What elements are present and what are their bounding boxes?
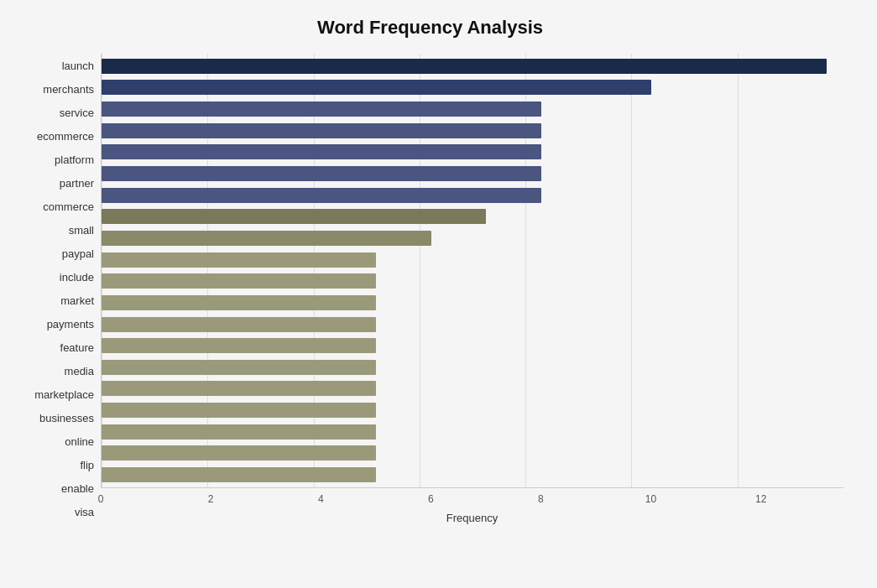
bar-row <box>102 423 843 441</box>
bar-row <box>102 272 843 290</box>
y-label: businesses <box>39 409 94 428</box>
bar <box>102 231 431 246</box>
y-label: launch <box>62 56 94 75</box>
y-label: marketplace <box>34 386 94 404</box>
bar <box>102 273 376 289</box>
y-label: service <box>60 103 94 122</box>
bar <box>102 445 376 461</box>
bar-row <box>102 100 843 118</box>
y-label: market <box>60 291 94 310</box>
bar-row <box>102 466 843 484</box>
x-tick-label: 0 <box>98 493 104 505</box>
x-axis-labels: 024681012 <box>101 492 843 508</box>
bar-row <box>102 336 843 355</box>
bar <box>102 467 376 482</box>
y-label: enable <box>61 480 94 498</box>
y-axis: launchmerchantsserviceecommerceplatformp… <box>17 54 101 524</box>
y-label: flip <box>80 456 94 475</box>
y-label: include <box>60 268 94 286</box>
chart-container: Word Frequency Analysis launchmerchantss… <box>0 0 877 588</box>
y-label: partner <box>60 174 94 192</box>
bars-container <box>102 54 843 487</box>
bar <box>102 317 376 332</box>
bar-row <box>102 444 843 462</box>
bar-row <box>102 57 843 75</box>
bar <box>102 144 541 159</box>
bar-row <box>102 229 843 247</box>
bar <box>102 209 486 224</box>
bar <box>102 424 376 440</box>
x-tick-label: 6 <box>428 493 434 505</box>
x-tick-label: 4 <box>318 493 324 505</box>
bar <box>102 360 376 375</box>
bar <box>102 381 376 396</box>
bar <box>102 59 827 74</box>
bar <box>102 123 541 138</box>
bar <box>102 252 376 268</box>
bar-row <box>102 186 843 205</box>
bar <box>102 403 376 418</box>
bars-and-grid <box>101 54 843 488</box>
bar-row <box>102 379 843 398</box>
y-label: ecommerce <box>37 127 94 145</box>
bar-row <box>102 122 843 140</box>
bar-row <box>102 207 843 226</box>
y-label: payments <box>47 315 94 334</box>
bar-row <box>102 164 843 183</box>
y-label: small <box>69 221 94 239</box>
bar-row <box>102 315 843 334</box>
y-label: merchants <box>43 80 94 98</box>
chart-title: Word Frequency Analysis <box>17 17 843 39</box>
bar-row <box>102 251 843 269</box>
y-label: platform <box>55 150 94 169</box>
bar <box>102 295 376 310</box>
bar <box>102 188 541 203</box>
x-axis-title: Frequency <box>101 512 843 524</box>
bar-row <box>102 78 843 96</box>
y-label: feature <box>60 339 94 357</box>
bar-row <box>102 358 843 377</box>
y-label: media <box>65 362 94 381</box>
y-label: paypal <box>62 244 94 263</box>
bar <box>102 80 651 95</box>
x-tick-label: 2 <box>208 493 214 505</box>
chart-area: launchmerchantsserviceecommerceplatformp… <box>17 54 843 524</box>
bar-row <box>102 294 843 312</box>
bar-row <box>102 143 843 161</box>
y-label: online <box>65 433 94 451</box>
x-tick-label: 10 <box>645 493 656 505</box>
x-tick-label: 8 <box>538 493 544 505</box>
plot-area: 024681012 Frequency <box>101 54 843 524</box>
y-label: commerce <box>43 197 94 216</box>
bar <box>102 101 541 117</box>
x-tick-label: 12 <box>755 493 766 505</box>
bar <box>102 338 376 353</box>
y-label: visa <box>75 503 94 522</box>
bar <box>102 166 541 181</box>
bar-row <box>102 401 843 419</box>
